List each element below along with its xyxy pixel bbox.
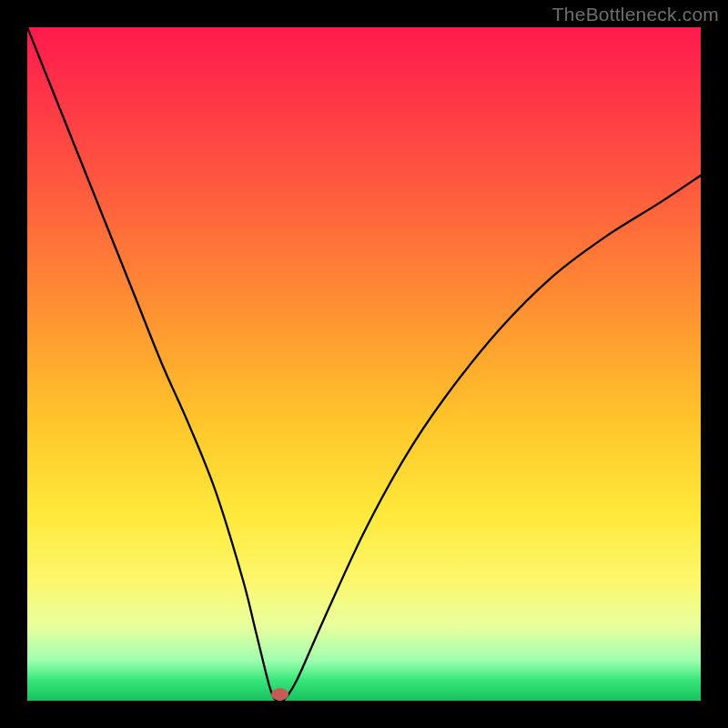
- minimum-marker: [271, 688, 288, 700]
- chart-frame: TheBottleneck.com: [0, 0, 728, 728]
- plot-area: [27, 27, 701, 701]
- bottleneck-curve: [27, 27, 701, 701]
- chart-svg: [27, 27, 701, 701]
- watermark-text: TheBottleneck.com: [552, 4, 719, 25]
